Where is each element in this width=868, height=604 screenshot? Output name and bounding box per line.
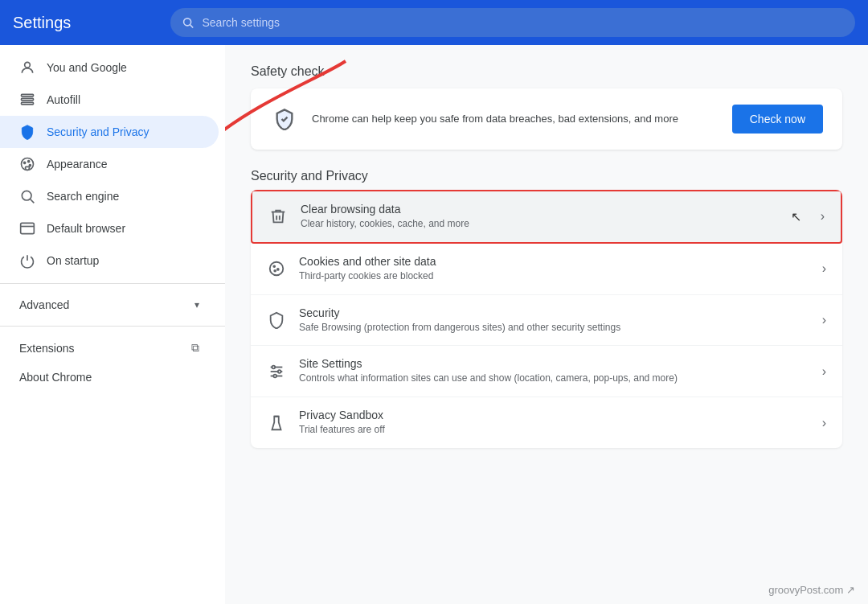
shield-icon xyxy=(19,124,35,140)
security-arrow: › xyxy=(822,313,826,327)
svg-point-18 xyxy=(274,270,276,272)
svg-point-6 xyxy=(22,158,34,171)
watermark: groovyPost.com ↗ xyxy=(768,584,855,596)
privacy-sandbox-title: Privacy Sandbox xyxy=(299,409,809,421)
svg-rect-5 xyxy=(22,102,34,104)
svg-rect-3 xyxy=(22,94,34,97)
chevron-down-icon: ▾ xyxy=(194,299,199,310)
content-area: Safety check Chrome can help keep you sa… xyxy=(225,45,868,604)
svg-line-11 xyxy=(31,199,35,203)
settings-title: Settings xyxy=(13,14,158,32)
power-icon xyxy=(19,253,35,269)
sidebar: You and Google Autofill Security and Pri… xyxy=(0,45,225,604)
svg-point-23 xyxy=(278,370,281,373)
site-settings-desc: Controls what information sites can use … xyxy=(299,372,809,385)
sidebar-item-extensions[interactable]: Extensions ⧉ xyxy=(0,333,219,363)
svg-point-15 xyxy=(270,262,284,276)
safety-check-card: Chrome can help keep you safe from data … xyxy=(251,88,842,150)
svg-line-1 xyxy=(190,25,194,28)
security-section-title: Security and Privacy xyxy=(251,169,842,183)
sidebar-divider-1 xyxy=(0,283,225,284)
site-settings-title: Site Settings xyxy=(299,357,809,370)
safety-check-section: Safety check Chrome can help keep you sa… xyxy=(251,64,842,150)
sidebar-item-advanced[interactable]: Advanced ▾ xyxy=(0,290,219,319)
privacy-sandbox-desc: Trial features are off xyxy=(299,423,809,437)
topbar: Settings xyxy=(0,0,868,45)
sidebar-item-about-chrome[interactable]: About Chrome xyxy=(0,363,219,392)
sidebar-label-search-engine: Search engine xyxy=(47,190,119,203)
sliders-icon xyxy=(267,362,286,381)
svg-point-9 xyxy=(29,165,31,166)
svg-rect-4 xyxy=(22,98,34,101)
cookie-icon xyxy=(267,259,286,278)
sidebar-label-appearance: Appearance xyxy=(47,158,108,171)
sidebar-item-default-browser[interactable]: Default browser xyxy=(0,212,219,244)
person-icon xyxy=(19,60,35,76)
site-settings-text: Site Settings Controls what information … xyxy=(299,357,809,385)
clear-browsing-data-text: Clear browsing data Clear history, cooki… xyxy=(301,203,778,231)
sidebar-label-security-privacy: Security and Privacy xyxy=(47,125,149,138)
sidebar-label-autofill: Autofill xyxy=(47,93,80,106)
svg-point-16 xyxy=(273,266,275,268)
search-nav-icon xyxy=(19,188,35,204)
shield-security-icon xyxy=(267,310,286,330)
main-layout: You and Google Autofill Security and Pri… xyxy=(0,45,868,604)
safety-check-description: Chrome can help keep you safe from data … xyxy=(312,111,719,127)
svg-rect-12 xyxy=(21,223,35,233)
sidebar-label-on-startup: On startup xyxy=(47,254,99,267)
search-bar[interactable] xyxy=(170,8,855,37)
cookies-arrow: › xyxy=(822,261,826,276)
settings-item-privacy-sandbox[interactable]: Privacy Sandbox Trial features are off › xyxy=(251,397,842,448)
sidebar-item-search-engine[interactable]: Search engine xyxy=(0,180,219,212)
security-section: Security and Privacy Clear browsing data… xyxy=(251,169,842,448)
cookies-desc: Third-party cookies are blocked xyxy=(299,269,809,283)
sidebar-item-security-privacy[interactable]: Security and Privacy xyxy=(0,116,219,148)
security-text: Security Safe Browsing (protection from … xyxy=(299,306,809,335)
settings-list: Clear browsing data Clear history, cooki… xyxy=(251,190,842,448)
palette-icon xyxy=(19,156,35,172)
sidebar-item-autofill[interactable]: Autofill xyxy=(0,84,219,116)
safety-shield-icon xyxy=(270,105,299,134)
sidebar-label-advanced: Advanced xyxy=(19,298,69,311)
sidebar-divider-2 xyxy=(0,326,225,327)
browser-icon xyxy=(19,220,35,236)
svg-point-17 xyxy=(277,269,279,270)
privacy-sandbox-arrow: › xyxy=(822,416,826,430)
flask-icon xyxy=(267,413,286,433)
clear-browsing-data-desc: Clear history, cookies, cache, and more xyxy=(301,217,778,231)
sidebar-item-appearance[interactable]: Appearance xyxy=(0,148,219,180)
search-icon xyxy=(182,16,194,29)
svg-point-24 xyxy=(273,374,276,377)
svg-point-2 xyxy=(25,62,31,68)
settings-item-site-settings[interactable]: Site Settings Controls what information … xyxy=(251,346,842,397)
sidebar-label-you-and-google: You and Google xyxy=(47,61,127,74)
settings-item-cookies[interactable]: Cookies and other site data Third-party … xyxy=(251,244,842,295)
clear-browsing-arrow: › xyxy=(821,209,825,224)
svg-point-22 xyxy=(272,365,276,368)
safety-check-title: Safety check xyxy=(251,64,842,79)
site-settings-arrow: › xyxy=(822,364,826,379)
settings-item-security[interactable]: Security Safe Browsing (protection from … xyxy=(251,295,842,347)
clear-browsing-data-title: Clear browsing data xyxy=(301,203,778,216)
sidebar-item-you-and-google[interactable]: You and Google xyxy=(0,51,219,84)
svg-point-7 xyxy=(24,162,26,163)
list-icon xyxy=(19,92,35,108)
sidebar-label-extensions: Extensions xyxy=(19,342,74,355)
external-link-icon: ⧉ xyxy=(191,341,199,355)
cookies-title: Cookies and other site data xyxy=(299,255,809,268)
security-desc: Safe Browsing (protection from dangerous… xyxy=(299,321,809,335)
search-input[interactable] xyxy=(203,16,845,29)
cursor-pointer: ↖ xyxy=(791,209,801,224)
svg-point-0 xyxy=(184,18,191,26)
privacy-sandbox-text: Privacy Sandbox Trial features are off xyxy=(299,409,809,437)
svg-point-8 xyxy=(28,161,30,162)
trash-icon xyxy=(268,207,288,226)
security-title: Security xyxy=(299,306,809,319)
sidebar-item-on-startup[interactable]: On startup xyxy=(0,244,219,277)
cookies-text: Cookies and other site data Third-party … xyxy=(299,255,809,283)
sidebar-label-about-chrome: About Chrome xyxy=(19,371,92,384)
settings-item-clear-browsing-data[interactable]: Clear browsing data Clear history, cooki… xyxy=(251,190,842,244)
sidebar-label-default-browser: Default browser xyxy=(47,222,125,235)
check-now-button[interactable]: Check now xyxy=(732,105,823,134)
svg-point-10 xyxy=(22,191,31,200)
